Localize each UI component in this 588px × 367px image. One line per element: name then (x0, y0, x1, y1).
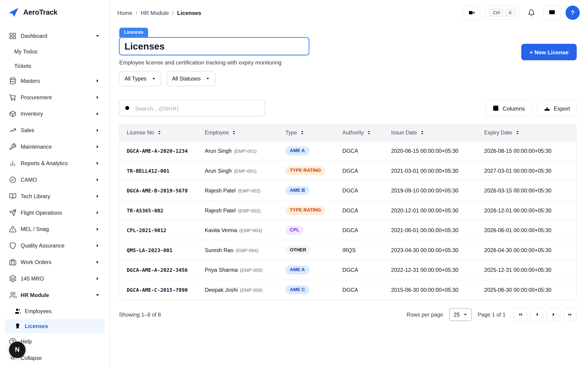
chevron-right-icon (95, 259, 100, 265)
chevron-down-icon (95, 33, 100, 39)
sidebar-item-tech-library[interactable]: Tech Library (5, 189, 105, 204)
expiry-date-cell: 2026-12-01 00:00:00+05:30 (484, 207, 577, 213)
table-row[interactable]: DGCA-AME-B-2019-5678 Rajesh Patel(EMP-00… (119, 181, 576, 200)
type-filter-select[interactable]: All Types (119, 71, 161, 86)
sidebar-item-procurement[interactable]: Procurement (5, 90, 105, 105)
column-header-license-no[interactable]: License No (119, 130, 205, 135)
next-page-button[interactable] (547, 308, 560, 321)
user-avatar[interactable]: N (9, 342, 26, 358)
users-icon (9, 291, 17, 299)
filters-row: All Types All Statuses (119, 71, 577, 86)
page-tag: Licences (119, 28, 148, 37)
sidebar-item-inventory[interactable]: Inventory (5, 106, 105, 121)
topbar-actions: Ctrl K ? (463, 6, 580, 20)
breadcrumb-hr-module[interactable]: HR Module (141, 10, 169, 16)
authority-cell: DGCA (342, 168, 391, 174)
issue-date-cell: 2021-06-01 00:00:00+05:30 (391, 227, 484, 233)
k-keycap: K (506, 9, 515, 17)
breadcrumb-home[interactable]: Home (117, 10, 132, 16)
table-footer: Showing 1–8 of 8 Rows per page 25 Page 1… (119, 308, 577, 321)
sidebar-item-dashboard[interactable]: Dashboard (5, 28, 105, 43)
sidebar-item-employees[interactable]: Employees (5, 304, 105, 318)
authority-cell: DGCA (342, 267, 391, 273)
ctrl-keycap: Ctrl (489, 9, 503, 17)
video-button[interactable] (463, 6, 481, 20)
main-area: Home / HR Module / Licenses Ctrl K (110, 0, 588, 367)
issue-date-cell: 2021-03-01 00:00:00+05:30 (391, 168, 484, 174)
sidebar-item-my-todos[interactable]: My Todos (5, 45, 105, 58)
sidebar-item-licenses[interactable]: Licenses (5, 319, 105, 333)
sidebar-item-quality-assurance[interactable]: Quality Assurance (5, 238, 105, 253)
license-no-cell: TR-BELL412-001 (119, 168, 205, 174)
table-row[interactable]: QMS-LA-2023-001 Suresh Rao(EMP-004) OTHE… (119, 240, 576, 260)
type-badge: AME A (285, 147, 309, 156)
new-license-button[interactable]: + New License (521, 44, 577, 60)
bar-chart-icon (9, 160, 17, 167)
page-title-input[interactable] (119, 37, 309, 56)
wrench-icon (9, 143, 17, 151)
issue-date-cell: 2015-06-30 00:00:00+05:30 (391, 287, 484, 293)
rows-per-page-label: Rows per page (406, 311, 443, 317)
type-badge: AME B (285, 186, 309, 195)
columns-button[interactable]: Columns (486, 100, 531, 117)
page-subtitle: Employee license and certification track… (119, 59, 577, 66)
column-header-employee[interactable]: Employee (205, 130, 285, 135)
chevron-right-icon (95, 177, 100, 183)
brand-name: AeroTrack (23, 8, 57, 17)
column-header-authority[interactable]: Authority (342, 130, 391, 135)
issue-date-cell: 2019-09-10 00:00:00+05:30 (391, 188, 484, 194)
type-badge: AME A (285, 266, 309, 275)
pager: Rows per page 25 Page 1 of 1 (406, 308, 577, 321)
layers-icon (9, 275, 17, 282)
sidebar-item-mel-snag[interactable]: MEL / Snag (5, 222, 105, 237)
search-box (119, 100, 265, 117)
search-input[interactable] (119, 100, 265, 117)
sidebar-item-maintenance[interactable]: Maintenance (5, 139, 105, 154)
sidebar-item-camo[interactable]: CAMO (5, 172, 105, 187)
sidebar-item-145-mro[interactable]: 145 MRO (5, 271, 105, 286)
breadcrumb: Home / HR Module / Licenses (117, 10, 201, 16)
authority-cell: DGCA (342, 207, 391, 213)
expiry-date-cell: 2026-08-15 00:00:00+05:30 (484, 148, 577, 154)
award-icon (14, 323, 21, 329)
chevron-right-icon (95, 226, 100, 232)
employee-cell: Rajesh Patel(EMP-002) (205, 207, 285, 214)
status-filter-select[interactable]: All Statuses (166, 71, 215, 86)
sidebar-item-tickets[interactable]: Tickets (5, 59, 105, 73)
table-row[interactable]: DGCA-AME-A-2022-3456 Priya Sharma(EMP-00… (119, 260, 576, 280)
command-palette-shortcut[interactable]: Ctrl K (485, 6, 519, 20)
column-header-issue-date[interactable]: Issue Date (391, 130, 484, 135)
chevron-down-icon (463, 312, 468, 317)
chevron-down-icon (151, 76, 156, 81)
table-row[interactable]: DGCA-AME-C-2015-7890 Deepak Joshi(EMP-00… (119, 280, 576, 300)
sidebar-item-reports-analytics[interactable]: Reports & Analytics (5, 156, 105, 171)
chevron-right-icon (95, 111, 100, 117)
notifications-button[interactable] (524, 6, 538, 20)
first-page-button[interactable] (514, 308, 527, 321)
sidebar-item-sales[interactable]: Sales (5, 123, 105, 138)
chevron-left-icon (534, 311, 540, 317)
sidebar-item-masters[interactable]: Masters (5, 73, 105, 88)
results-count: Showing 1–8 of 8 (119, 311, 161, 317)
sidebar-item-work-orders[interactable]: Work Orders (5, 255, 105, 269)
last-page-button[interactable] (563, 308, 577, 321)
type-cell: CPL (285, 226, 342, 235)
help-button[interactable]: ? (565, 6, 580, 20)
sidebar-item-flight-operations[interactable]: Flight Operations (5, 205, 105, 220)
table-row[interactable]: TR-BELL412-001 Arun Singh(EMP-001) TYPE … (119, 161, 576, 181)
sort-icon (232, 130, 237, 135)
chevron-right-icon (95, 78, 100, 84)
table-row[interactable]: TR-AS365-002 Rajesh Patel(EMP-002) TYPE … (119, 200, 576, 220)
licenses-table: License No Employee Type Authority Issue… (119, 124, 577, 300)
display-button[interactable] (544, 6, 561, 20)
rows-per-page-select[interactable]: 25 (449, 308, 472, 321)
column-header-type[interactable]: Type (285, 130, 342, 135)
table-row[interactable]: CPL-2021-9012 Kavita Verma(EMP-003) CPL … (119, 220, 576, 240)
page-info: Page 1 of 1 (478, 311, 506, 317)
sidebar-item-hr-module[interactable]: HR Module (5, 288, 105, 302)
expiry-date-cell: 2027-03-01 00:00:00+05:30 (484, 168, 577, 174)
export-button[interactable]: Export (537, 100, 577, 117)
column-header-expiry-date[interactable]: Expiry Date (484, 130, 577, 135)
previous-page-button[interactable] (530, 308, 544, 321)
table-row[interactable]: DGCA-AME-A-2020-1234 Arun Singh(EMP-001)… (119, 141, 576, 161)
